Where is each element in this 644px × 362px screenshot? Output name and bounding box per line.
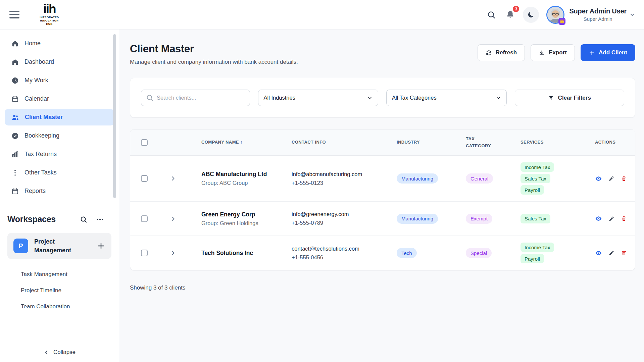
column-header-actions: Actions	[595, 139, 635, 146]
eye-icon	[595, 215, 602, 222]
sidebar-item-other-tasks[interactable]: Other Tasks	[5, 164, 114, 181]
bar-chart-icon	[11, 151, 19, 158]
column-header-tax-category: Tax Category	[466, 136, 498, 149]
tax-category-badge: Exempt	[466, 214, 492, 224]
workspace-link-task-management[interactable]: Task Management	[0, 266, 119, 282]
sidebar-item-client-master[interactable]: Client Master	[5, 109, 114, 125]
sidebar-item-my-work[interactable]: My Work	[5, 72, 114, 89]
trash-icon	[621, 215, 627, 222]
row-checkbox[interactable]	[141, 175, 148, 182]
chevron-down-icon	[367, 95, 373, 101]
search-input-icon	[146, 94, 153, 101]
plus-icon	[589, 50, 595, 56]
contact-phone: +1-555-0123	[292, 180, 397, 186]
check-circle-icon	[11, 132, 19, 140]
row-checkbox[interactable]	[141, 215, 148, 222]
page-title: Client Master	[130, 43, 298, 55]
notifications-button[interactable]: 3	[503, 8, 517, 21]
export-label: Export	[549, 49, 567, 56]
workspace-link-team-collaboration[interactable]: Team Collaboration	[0, 299, 119, 315]
user-menu[interactable]: Super Admin User Super Admin	[569, 7, 627, 22]
service-badge: Income Tax	[521, 243, 554, 252]
workspace-search-icon[interactable]	[80, 216, 87, 223]
industry-badge: Tech	[397, 248, 417, 258]
sort-ascending-indicator: ↑	[240, 140, 243, 145]
column-header-contact: Contact Info	[292, 139, 397, 146]
expand-row-chevron-icon[interactable]	[170, 215, 177, 222]
eye-icon	[595, 175, 602, 182]
search-clients-input[interactable]	[141, 90, 250, 106]
logo-text: iih	[43, 3, 55, 14]
search-icon[interactable]	[485, 8, 498, 21]
user-name: Super Admin User	[569, 7, 627, 15]
service-badge: Income Tax	[521, 162, 554, 172]
row-checkbox[interactable]	[141, 250, 148, 256]
sidebar-item-label: Tax Returns	[24, 151, 57, 158]
sidebar-item-reports[interactable]: Reports	[5, 183, 114, 199]
workspace-add-icon[interactable]	[97, 242, 105, 250]
contact-email: contact@techsolutions.com	[292, 246, 397, 252]
sidebar-item-bookkeeping[interactable]: Bookkeeping	[5, 127, 114, 144]
sidebar-item-label: Client Master	[25, 114, 63, 121]
select-all-checkbox[interactable]	[141, 139, 148, 146]
sidebar-item-home[interactable]: Home	[5, 35, 114, 52]
user-avatar[interactable]: 👑	[546, 6, 564, 24]
sidebar-scrollbar[interactable]	[113, 34, 116, 198]
refresh-button[interactable]: Refresh	[478, 44, 525, 61]
column-header-company[interactable]: Company Name ↑	[201, 139, 292, 146]
clock-icon	[11, 77, 19, 84]
contact-email: info@greenenergy.com	[292, 211, 397, 217]
sidebar-item-calendar[interactable]: Calendar	[5, 91, 114, 107]
sidebar-item-dashboard[interactable]: Dashboard	[5, 54, 114, 70]
clients-table: Company Name ↑ Contact Info Industry Tax…	[130, 129, 635, 270]
sidebar-item-tax-returns[interactable]: Tax Returns	[5, 146, 114, 162]
edit-client-button[interactable]	[608, 216, 614, 222]
trash-icon	[621, 250, 627, 256]
view-client-button[interactable]	[595, 250, 602, 257]
notification-count-badge: 3	[512, 5, 520, 13]
tax-category-filter-select[interactable]: All Tax Categories	[386, 90, 507, 106]
industry-badge: Manufacturing	[397, 173, 438, 184]
sidebar-item-label: Bookkeeping	[24, 132, 59, 139]
table-row: Green Energy Corp Group: Green Holdings …	[130, 202, 635, 236]
contact-phone: +1-555-0456	[292, 254, 397, 261]
edit-client-button[interactable]	[608, 250, 614, 256]
workspace-more-icon[interactable]	[96, 215, 104, 223]
sidebar-item-label: Home	[24, 40, 41, 47]
hamburger-menu-icon[interactable]	[9, 9, 21, 20]
add-client-button[interactable]: Add Client	[581, 44, 635, 61]
expand-row-chevron-icon[interactable]	[170, 175, 177, 182]
add-client-label: Add Client	[599, 49, 627, 56]
tax-category-badge: Special	[466, 248, 492, 258]
workspace-link-project-timeline[interactable]: Project Timeline	[0, 282, 119, 299]
export-button[interactable]: Export	[531, 44, 575, 61]
services-badges: Income TaxPayroll	[521, 243, 595, 263]
crown-badge: 👑	[558, 18, 565, 25]
edit-client-button[interactable]	[608, 175, 614, 182]
refresh-icon	[486, 50, 492, 56]
expand-row-chevron-icon[interactable]	[170, 250, 177, 256]
delete-client-button[interactable]	[621, 175, 627, 182]
pencil-icon	[608, 250, 614, 256]
workspace-item-project-management[interactable]: P Project Management	[7, 233, 111, 259]
workspace-avatar: P	[13, 239, 28, 253]
table-body: ABC Manufacturing Ltd Group: ABC Group i…	[130, 156, 635, 270]
company-name: ABC Manufacturing Ltd	[201, 171, 292, 178]
column-header-services: Services	[521, 139, 595, 146]
moon-icon	[527, 11, 535, 19]
sidebar-collapse-button[interactable]: Collapse	[0, 342, 119, 362]
clear-filters-button[interactable]: Clear Filters	[515, 90, 625, 106]
download-icon	[539, 50, 545, 56]
dark-mode-toggle[interactable]	[523, 7, 539, 23]
delete-client-button[interactable]	[621, 215, 627, 222]
view-client-button[interactable]	[595, 175, 602, 182]
view-client-button[interactable]	[595, 215, 602, 222]
table-row: Tech Solutions Inc contact@techsolutions…	[130, 236, 635, 270]
industry-filter-select[interactable]: All Industries	[258, 90, 379, 106]
chevron-left-icon	[43, 349, 49, 355]
app-logo: iih INTEGRATED INNOVATION HUB	[38, 3, 60, 25]
company-group: Group: Green Holdings	[201, 220, 292, 226]
delete-client-button[interactable]	[621, 250, 627, 256]
chevron-down-icon[interactable]	[629, 12, 635, 18]
sidebar: Home Dashboard My Work Calendar Client M…	[0, 30, 119, 362]
